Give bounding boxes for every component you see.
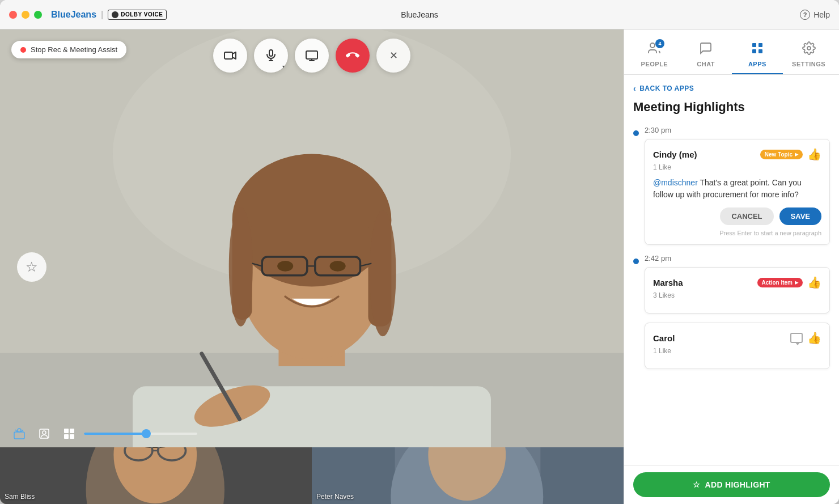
close-icon: ✕ [389, 49, 398, 62]
mic-button[interactable]: ▾ [254, 39, 288, 73]
tab-settings-label: SETTINGS [792, 61, 825, 67]
video-background: Stop Rec & Meeting Assist [0, 29, 624, 504]
end-call-button[interactable] [336, 39, 370, 73]
back-to-apps-link[interactable]: ‹ BACK TO APPS [633, 84, 830, 93]
stop-rec-button[interactable]: Stop Rec & Meeting Assist [11, 41, 126, 58]
controls-bar: ▾ ✕ [213, 39, 410, 73]
card-author-3: Carol [653, 333, 675, 343]
edit-hint: Press Enter to start a new paragraph [653, 230, 821, 236]
svg-point-50 [650, 43, 655, 48]
svg-rect-28 [14, 432, 24, 439]
grid-view-button[interactable] [59, 423, 79, 444]
card-header-3: Carol 👍 [653, 331, 821, 345]
highlight-card-1: Cindy (me) New Topic ▶ 👍 1 Like [645, 139, 830, 245]
main-content: Stop Rec & Meeting Assist [0, 29, 839, 504]
brand-divider: | [101, 10, 103, 20]
title-bar: BlueJeans | DOLBY VOICE BlueJeans ? Help [0, 0, 839, 29]
like-button-2[interactable]: 👍 [807, 276, 821, 289]
svg-point-10 [229, 207, 253, 327]
rec-indicator [20, 47, 26, 53]
save-button[interactable]: SAVE [779, 207, 821, 225]
participant-name-peter: Peter Naves [316, 493, 354, 501]
card-meta-3: 👍 [790, 331, 821, 345]
cancel-button[interactable]: CANCEL [720, 207, 773, 225]
star-icon: ☆ [26, 259, 38, 275]
panel-content: ‹ BACK TO APPS Meeting Highlights 2:30 p… [624, 75, 839, 465]
action-item-tag[interactable]: Action Item ▶ [757, 278, 803, 287]
close-video-button[interactable]: ✕ [376, 39, 410, 73]
tab-settings[interactable]: SETTINGS [783, 41, 834, 74]
svg-rect-52 [759, 43, 762, 47]
dolby-badge: DOLBY VOICE [108, 10, 167, 20]
card-author-1: Cindy (me) [653, 150, 697, 159]
tab-people[interactable]: 4 PEOPLE [629, 41, 680, 74]
like-button-3[interactable]: 👍 [807, 331, 821, 345]
participant-thumb-sam[interactable]: Sam Bliss [0, 447, 312, 504]
card-likes-2: 3 Likes [653, 291, 821, 299]
zoom-slider-container [84, 433, 615, 435]
minimize-button[interactable] [22, 11, 29, 19]
card-likes-1: 1 Like [653, 163, 821, 171]
card-header-1: Cindy (me) New Topic ▶ 👍 [653, 147, 821, 161]
tab-chat[interactable]: CHAT [680, 41, 732, 74]
add-highlight-button[interactable]: ☆ ADD HIGHLIGHT [633, 472, 830, 497]
edit-actions-1: CANCEL SAVE [653, 207, 821, 225]
help-button[interactable]: ? Help [800, 10, 830, 20]
svg-rect-34 [64, 429, 69, 433]
tab-chat-label: CHAT [697, 61, 715, 67]
tab-apps[interactable]: APPS [732, 41, 783, 74]
speaker-view-icon [13, 427, 26, 440]
svg-point-11 [370, 210, 396, 336]
video-icon [223, 49, 237, 62]
tag-arrow-icon: ▶ [795, 152, 798, 157]
view-controls [0, 418, 624, 447]
brand-name: BlueJeans [51, 10, 96, 20]
speaker-view-button[interactable] [9, 423, 29, 444]
participant-thumb-peter[interactable]: Peter Naves [312, 447, 624, 504]
timeline-section-2: 2:42 pm Marsha Action Item ▶ 👍 [633, 254, 830, 314]
highlight-card-2: Marsha Action Item ▶ 👍 3 Likes [645, 267, 830, 314]
back-link-label: BACK TO APPS [639, 84, 694, 92]
end-call-icon [346, 49, 359, 62]
maximize-button[interactable] [34, 11, 42, 19]
video-button[interactable] [213, 39, 247, 73]
timeline-section-1: 2:30 pm Cindy (me) New Topic ▶ 👍 [633, 126, 830, 245]
mic-chevron-icon: ▾ [282, 64, 285, 69]
help-label: Help [813, 10, 830, 19]
svg-rect-51 [752, 43, 756, 47]
brand-area: BlueJeans | DOLBY VOICE [51, 10, 167, 20]
tab-apps-label: APPS [748, 61, 766, 67]
slider-fill [84, 433, 146, 435]
svg-rect-54 [759, 49, 762, 53]
panel-title: Meeting Highlights [633, 100, 830, 115]
add-highlight-bar: ☆ ADD HIGHLIGHT [624, 465, 839, 504]
svg-point-18 [330, 261, 346, 272]
like-button-1[interactable]: 👍 [807, 147, 821, 161]
label-tag-empty[interactable] [790, 333, 803, 343]
bottom-controls: Sam Bliss Peter Naves [0, 418, 624, 504]
card-author-2: Marsha [653, 278, 683, 287]
settings-icon [802, 41, 816, 58]
star-button[interactable]: ☆ [17, 252, 46, 282]
svg-rect-22 [269, 50, 273, 56]
tag-arrow-icon-2: ▶ [795, 280, 798, 285]
spacer [633, 378, 830, 387]
timeline-dot-1 [633, 130, 639, 136]
zoom-slider[interactable] [84, 433, 197, 435]
new-topic-tag[interactable]: New Topic ▶ [760, 150, 803, 159]
sam-video [0, 447, 312, 504]
close-button[interactable] [9, 11, 17, 19]
panel-nav: 4 PEOPLE CHAT [624, 29, 839, 75]
svg-rect-35 [70, 429, 74, 433]
slider-thumb[interactable] [142, 429, 151, 438]
screen-share-button[interactable] [295, 39, 329, 73]
new-topic-label: New Topic [765, 151, 793, 158]
single-view-button[interactable] [34, 423, 54, 444]
card-likes-3: 1 Like [653, 347, 821, 355]
video-area: Stop Rec & Meeting Assist [0, 29, 624, 504]
tab-people-label: PEOPLE [641, 61, 668, 67]
participant-name-sam: Sam Bliss [5, 493, 35, 501]
mention-1: @mdischner [653, 178, 698, 187]
svg-rect-36 [64, 434, 69, 439]
dolby-label: DOLBY VOICE [121, 11, 163, 18]
